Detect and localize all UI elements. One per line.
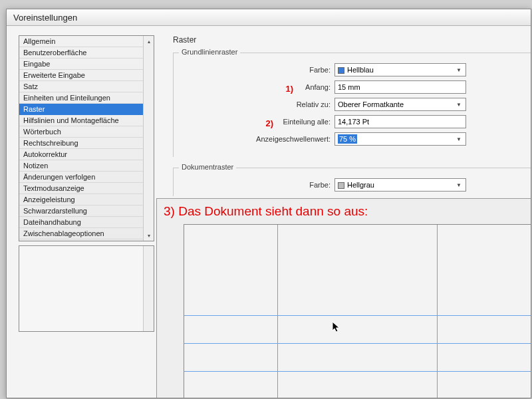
main-panel: Raster Grundlinienraster Farbe: Hellblau… [154, 35, 531, 398]
baseline-grid-group: Grundlinienraster Farbe: Hellblau ▼ 1) A… [173, 53, 531, 157]
panel-title: Raster [173, 35, 531, 45]
sidebar-item-rechtschreibung[interactable]: Rechtschreibung [19, 138, 154, 149]
sidebar-item-textmodusanzeige[interactable]: Textmodusanzeige [19, 183, 154, 194]
color-value: Hellgrau [347, 181, 374, 189]
increment-label: 2) Einteilung alle: [174, 118, 331, 126]
relative-select[interactable]: Oberer Formatkante ▼ [334, 98, 466, 111]
color-select[interactable]: Hellblau ▼ [334, 63, 466, 76]
color-label: Farbe: [174, 181, 331, 189]
sidebar-item-hilfslinien-und-montagefl-che[interactable]: Hilfslinien und Montagefläche [19, 115, 154, 126]
start-label: 1) Anfang: [174, 83, 331, 91]
sidebar-item-anzeigeleistung[interactable]: Anzeigeleistung [19, 194, 154, 205]
color-swatch-icon [338, 67, 344, 74]
sidebar-item-autokorrektur[interactable]: Autokorrektur [19, 149, 154, 160]
sidebar-item-zwischenablageoptionen[interactable]: Zwischenablageoptionen [19, 228, 154, 239]
scroll-up-icon[interactable]: ▴ [144, 36, 154, 47]
dialog-content: AllgemeinBenutzeroberflächeEingabeErweit… [7, 26, 531, 398]
scroll-down-icon[interactable]: ▾ [144, 230, 154, 241]
doc-color-select[interactable]: Hellgrau ▼ [334, 178, 466, 192]
scrollbar[interactable]: ▴ ▾ [143, 36, 154, 241]
description-box [19, 245, 154, 332]
sidebar-item-schwarzdarstellung[interactable]: Schwarzdarstellung [19, 205, 154, 217]
sidebar-item--nderungen-verfolgen[interactable]: Änderungen verfolgen [19, 172, 154, 183]
annotation-2: 2) [265, 118, 273, 128]
sidebar-item-dateihandhabung[interactable]: Dateihandhabung [19, 217, 154, 228]
sidebar-item-eingabe[interactable]: Eingabe [19, 59, 154, 70]
scrollbar[interactable] [143, 246, 154, 331]
dialog-title: Voreinstellungen [13, 13, 77, 23]
sidebar-item-einheiten-und-einteilungen[interactable]: Einheiten und Einteilungen [19, 92, 154, 104]
sidebar-item-allgemein[interactable]: Allgemein [19, 36, 154, 47]
annotation-3: 3) Das Dokument sieht dann so aus: [164, 204, 368, 219]
category-list[interactable]: AllgemeinBenutzeroberflächeEingabeErweit… [19, 35, 154, 241]
increment-input[interactable]: 14,173 Pt [334, 115, 466, 128]
chevron-down-icon: ▼ [454, 182, 464, 188]
relative-value: Oberer Formatkante [338, 100, 404, 108]
relative-label: Relativ zu: [174, 100, 331, 108]
color-label: Farbe: [174, 66, 331, 74]
threshold-label: Anzeigeschwellenwert: [174, 135, 331, 143]
sidebar-item-w-rterbuch[interactable]: Wörterbuch [19, 126, 154, 138]
document-preview: 3) Das Dokument sieht dann so aus: [156, 198, 531, 398]
color-value: Hellblau [347, 66, 374, 74]
group-legend: Dokumentraster [179, 163, 236, 171]
document-grid-group: Dokumentraster Farbe: Hellgrau ▼ [173, 168, 531, 196]
annotation-1: 1) [285, 84, 293, 94]
sidebar-item-benutzeroberfl-che[interactable]: Benutzeroberfläche [19, 47, 154, 59]
chevron-down-icon: ▼ [454, 102, 464, 108]
group-legend: Grundlinienraster [179, 48, 240, 56]
sidebar-item-notizen[interactable]: Notizen [19, 160, 154, 172]
dialog-titlebar[interactable]: Voreinstellungen [7, 9, 531, 26]
sidebar-item-erweiterte-eingabe[interactable]: Erweiterte Eingabe [19, 70, 154, 81]
color-swatch-icon [338, 182, 344, 189]
sidebar-item-raster[interactable]: Raster [19, 104, 154, 115]
chevron-down-icon: ▼ [454, 67, 464, 73]
chevron-down-icon: ▼ [454, 136, 464, 142]
start-input[interactable]: 15 mm [334, 80, 466, 94]
sidebar-item-satz[interactable]: Satz [19, 81, 154, 92]
threshold-value: 75 % [338, 135, 357, 143]
preferences-dialog: Voreinstellungen AllgemeinBenutzeroberfl… [6, 9, 531, 398]
document-page [184, 224, 531, 398]
threshold-select[interactable]: 75 % ▼ [334, 132, 466, 146]
sidebar: AllgemeinBenutzeroberflächeEingabeErweit… [7, 35, 154, 398]
